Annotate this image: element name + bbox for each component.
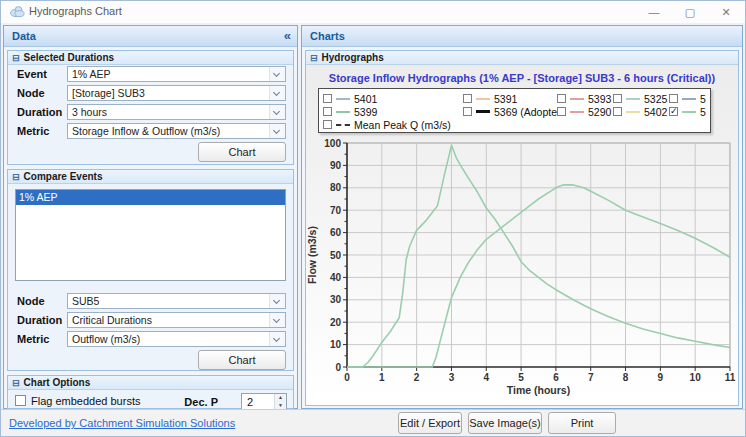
compare-metric-label: Metric <box>17 333 49 345</box>
chart-options-group: ⊟Chart Options Flag embedded bursts Dec.… <box>7 375 294 409</box>
chevron-down-icon[interactable] <box>269 67 285 81</box>
title-bar: Hydrographs Chart — ▢ ✕ <box>1 1 745 23</box>
legend-label: 5369 (Adopted) <box>494 106 557 118</box>
chevron-down-icon[interactable] <box>269 332 285 346</box>
legend-line-sample <box>336 124 350 126</box>
metric-dropdown[interactable]: Storage Inflow & Outflow (m3/s) <box>67 123 286 139</box>
data-panel-body: ⊟Selected Durations Event 1% AEP Node [S… <box>4 46 297 408</box>
flag-embedded-bursts-checkbox[interactable] <box>15 395 26 406</box>
legend-checkbox[interactable] <box>669 94 678 103</box>
compare-duration-row: Duration Critical Durations <box>15 312 286 328</box>
collapse-group-icon[interactable]: ⊟ <box>12 53 20 63</box>
legend-line-sample <box>626 98 640 100</box>
minimize-button[interactable]: — <box>639 3 669 21</box>
x-tick-label: 6 <box>553 372 559 383</box>
chevron-down-icon[interactable] <box>269 86 285 100</box>
compare-events-header[interactable]: ⊟Compare Events <box>8 170 293 184</box>
selected-durations-header[interactable]: ⊟Selected Durations <box>8 51 293 65</box>
data-panel-title: Data <box>12 30 36 42</box>
legend-line-sample <box>476 98 490 100</box>
legend-item-mean-peak-q-m3-s-: Mean Peak Q (m3/s) <box>323 119 706 131</box>
legend-checkbox[interactable] <box>613 107 622 116</box>
legend-label: Mean Peak Q (m3/s) <box>354 119 451 131</box>
legend-label: 5399 <box>354 106 377 118</box>
y-tick-label: 70 <box>330 205 342 216</box>
collapse-group-icon[interactable]: ⊟ <box>12 172 20 182</box>
y-tick-label: 10 <box>330 339 342 350</box>
legend-item-5393: 5393 <box>557 93 613 105</box>
chart-legend: 5401539153935325539253995369 (Adopted)52… <box>318 88 711 133</box>
legend-checkbox[interactable] <box>557 94 566 103</box>
compare-node-label: Node <box>17 295 45 307</box>
legend-item-5290: 5290 <box>557 106 613 118</box>
legend-item-5392: 5392 <box>669 93 706 105</box>
node-row: Node [Storage] SUB3 <box>15 85 286 101</box>
legend-label: 5402 <box>644 106 667 118</box>
node-dropdown[interactable]: [Storage] SUB3 <box>67 85 286 101</box>
legend-line-sample <box>570 98 584 100</box>
legend-checkbox[interactable] <box>323 120 332 129</box>
print-button[interactable]: Print <box>548 412 616 434</box>
event-dropdown[interactable]: 1% AEP <box>67 66 286 82</box>
event-label: Event <box>17 68 47 80</box>
compare-metric-row: Metric Outflow (m3/s) <box>15 331 286 347</box>
selected-durations-group: ⊟Selected Durations Event 1% AEP Node [S… <box>7 50 294 165</box>
chevron-down-icon[interactable] <box>269 294 285 308</box>
hydrographs-header[interactable]: ⊟Hydrographs <box>306 51 738 65</box>
dec-p-label: Dec. P <box>184 396 218 408</box>
dec-p-stepper[interactable]: 2 ▲ ▼ <box>241 393 287 410</box>
metric-value: Storage Inflow & Outflow (m3/s) <box>72 125 267 137</box>
legend-checkbox[interactable] <box>557 107 566 116</box>
duration-value: 3 hours <box>72 106 267 118</box>
x-tick-label: 3 <box>449 372 455 383</box>
x-tick-label: 4 <box>483 372 489 383</box>
legend-item-5325: 5325 <box>613 93 669 105</box>
legend-checkbox[interactable] <box>669 107 678 116</box>
chevron-down-icon[interactable] <box>269 105 285 119</box>
collapse-group-icon[interactable]: ⊟ <box>310 53 318 63</box>
compare-events-list[interactable]: 1% AEP <box>15 189 286 281</box>
close-button[interactable]: ✕ <box>711 3 741 21</box>
collapse-group-icon[interactable]: ⊟ <box>12 378 20 388</box>
chevron-down-icon[interactable] <box>269 313 285 327</box>
compare-event-item[interactable]: 1% AEP <box>16 190 285 205</box>
legend-checkbox[interactable] <box>323 107 332 116</box>
compare-metric-dropdown[interactable]: Outflow (m3/s) <box>67 331 286 347</box>
legend-checkbox[interactable] <box>613 94 622 103</box>
legend-checkbox[interactable] <box>323 94 332 103</box>
compare-events-title: Compare Events <box>24 171 103 182</box>
chevron-down-icon[interactable] <box>269 124 285 138</box>
compare-duration-dropdown[interactable]: Critical Durations <box>67 312 286 328</box>
legend-line-sample <box>336 111 350 113</box>
chart-options-header[interactable]: ⊟Chart Options <box>8 376 293 390</box>
legend-checkbox[interactable] <box>463 107 472 116</box>
save-images-button[interactable]: Save Image(s) <box>468 412 542 434</box>
y-tick-label: 60 <box>330 227 342 238</box>
chart-button-selected[interactable]: Chart <box>198 142 286 162</box>
hydrographs-title: Hydrographs <box>322 52 384 63</box>
spinner-down-icon[interactable]: ▼ <box>275 402 286 409</box>
app-icon <box>10 5 25 18</box>
maximize-button[interactable]: ▢ <box>675 3 705 21</box>
app-window: Hydrographs Chart — ▢ ✕ Data « ⊟Selected… <box>0 0 746 437</box>
chart-options-title: Chart Options <box>24 377 91 388</box>
spinner-up-icon[interactable]: ▲ <box>275 394 286 401</box>
data-panel-header: Data « <box>4 26 297 47</box>
legend-item-5402: 5402 <box>613 106 669 118</box>
compare-duration-label: Duration <box>17 314 62 326</box>
legend-checkbox[interactable] <box>463 94 472 103</box>
y-tick-label: 40 <box>330 272 342 283</box>
data-panel: Data « ⊟Selected Durations Event 1% AEP <box>3 25 298 409</box>
collapse-panel-icon[interactable]: « <box>284 26 291 46</box>
charts-panel-body: ⊟Hydrographs 010203040506070809010001234… <box>302 46 742 408</box>
node-value: [Storage] SUB3 <box>72 87 267 99</box>
x-tick-label: 7 <box>588 372 594 383</box>
duration-dropdown[interactable]: 3 hours <box>67 104 286 120</box>
chart-button-compare[interactable]: Chart <box>198 350 286 370</box>
developer-link[interactable]: Developed by Catchment Simulation Soluti… <box>9 417 235 429</box>
x-tick-label: 11 <box>725 372 736 383</box>
legend-label: 5290 <box>588 106 611 118</box>
edit-export-button[interactable]: Edit / Export <box>398 412 462 434</box>
x-tick-label: 0 <box>344 372 350 383</box>
compare-node-dropdown[interactable]: SUB5 <box>67 293 286 309</box>
